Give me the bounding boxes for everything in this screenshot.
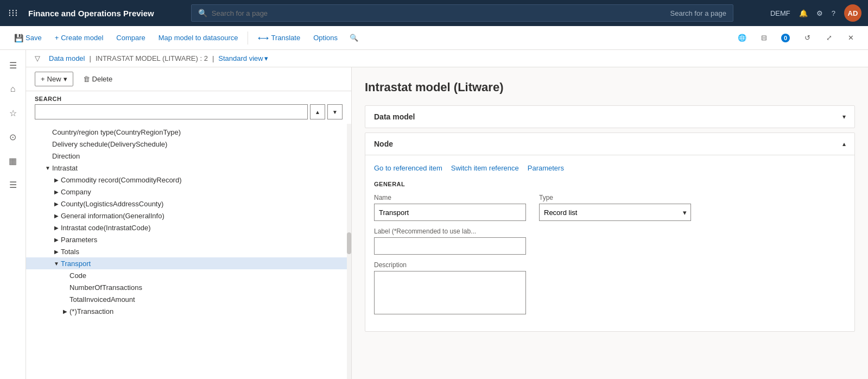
sidebar-icons: ☰ ⌂ ☆ ⊙ ▦ ☰	[0, 50, 26, 379]
tree-item-intrastat[interactable]: ▼ Intrastat	[26, 162, 351, 174]
globe-icon-button[interactable]: 🌐	[733, 29, 751, 47]
tree-item-totals[interactable]: ▶ Totals	[26, 245, 351, 257]
open-icon-button[interactable]: ⤢	[820, 29, 838, 47]
node-accordion-body: Go to referenced item Switch item refere…	[365, 155, 854, 331]
tree-item-code[interactable]: Code	[26, 269, 351, 281]
switch-item-ref-link[interactable]: Switch item reference	[451, 164, 519, 172]
expand-icon	[43, 128, 52, 136]
global-search-box[interactable]: 🔍 Search for a page	[191, 4, 733, 22]
close-icon-button[interactable]: ✕	[842, 29, 859, 47]
label-field-label: Label (*Recommended to use lab...	[374, 228, 526, 235]
tree-item-country-region[interactable]: Country/region type(CountryRegionType)	[26, 126, 351, 138]
type-select-wrapper: Record list Record String Integer Real D…	[539, 204, 691, 221]
tree-item-transaction[interactable]: ▶ (*)Transaction	[26, 305, 351, 317]
map-model-button[interactable]: Map model to datasource	[153, 30, 244, 45]
tree-item-total-invoiced[interactable]: TotalInvoicedAmount	[26, 293, 351, 305]
badge-icon-button[interactable]: 0	[777, 29, 794, 47]
breadcrumb-sep2: |	[212, 54, 214, 62]
sidebar-item-home[interactable]: ⌂	[2, 78, 24, 100]
name-input[interactable]	[374, 204, 526, 221]
top-bar: ⁝⁝⁝ Finance and Operations Preview 🔍 Sea…	[0, 0, 868, 26]
search-filter-button[interactable]: 🔍	[345, 29, 363, 47]
tree-scrollbar[interactable]	[347, 124, 351, 379]
content-area: ▽ Data model | INTRASTAT MODEL (LITWARE)…	[26, 50, 868, 379]
columns-icon-button[interactable]: ⊟	[755, 29, 772, 47]
tree-toolbar: + New ▾ 🗑 Delete	[26, 67, 351, 91]
tree-scrollbar-thumb	[347, 232, 351, 254]
breadcrumb: ▽ Data model | INTRASTAT MODEL (LITWARE)…	[26, 50, 868, 67]
tree-item-delivery-schedule[interactable]: Delivery schedule(DeliverySchedule)	[26, 138, 351, 150]
node-accordion-header[interactable]: Node ▴	[365, 133, 854, 155]
description-textarea[interactable]	[374, 271, 526, 314]
compare-button[interactable]: Compare	[111, 30, 150, 45]
label-input[interactable]	[374, 237, 526, 255]
tree-item-commodity-record[interactable]: ▶ Commodity record(CommodityRecord)	[26, 174, 351, 186]
save-button[interactable]: 💾 Save	[9, 30, 47, 46]
search-down-button[interactable]: ▼	[327, 104, 343, 119]
breadcrumb-data-model[interactable]: Data model	[49, 54, 85, 62]
general-label: GENERAL	[374, 181, 846, 187]
breadcrumb-sep1: |	[89, 54, 91, 62]
search-input[interactable]	[212, 9, 666, 17]
sidebar-item-favorites[interactable]: ☆	[2, 102, 24, 124]
expand-icon: ▶	[52, 187, 61, 196]
settings-icon[interactable]: ⚙	[816, 9, 823, 17]
tree-search-input[interactable]	[35, 104, 308, 119]
new-chevron-icon: ▾	[64, 75, 67, 83]
options-button[interactable]: Options	[308, 30, 343, 45]
translate-icon: ⟷	[258, 34, 269, 42]
search-icon: 🔍	[198, 9, 207, 17]
node-links: Go to referenced item Switch item refere…	[374, 164, 846, 172]
bell-icon[interactable]: 🔔	[799, 9, 808, 17]
data-model-accordion-header[interactable]: Data model ▾	[365, 106, 854, 128]
expand-icon: ▶	[52, 235, 61, 244]
tree-item-parameters[interactable]: ▶ Parameters	[26, 233, 351, 245]
form-col-right: Type Record list Record String Integer R…	[539, 194, 691, 323]
go-to-ref-link[interactable]: Go to referenced item	[374, 164, 442, 172]
type-select[interactable]: Record list Record String Integer Real D…	[539, 204, 691, 221]
new-button[interactable]: + New ▾	[35, 72, 73, 86]
plus-icon: +	[41, 75, 45, 83]
help-icon[interactable]: ?	[832, 9, 835, 17]
refresh-icon-button[interactable]: ↺	[799, 29, 816, 47]
search-input-row: ▲ ▼	[35, 104, 343, 119]
tree-item-county[interactable]: ▶ County(LogisticsAddressCounty)	[26, 198, 351, 210]
avatar[interactable]: AD	[844, 4, 861, 22]
expand-icon	[43, 140, 52, 148]
tree-item-transport[interactable]: ▼ Transport	[26, 257, 351, 269]
accordion-chevron-down: ▾	[842, 113, 846, 121]
tree-item-company[interactable]: ▶ Company	[26, 186, 351, 198]
expand-icon: ▶	[52, 223, 61, 232]
main-layout: ☰ ⌂ ☆ ⊙ ▦ ☰ ▽ Data model | INTRASTAT MOD…	[0, 50, 868, 379]
tree-item-general-info[interactable]: ▶ General information(GeneralInfo)	[26, 210, 351, 222]
sidebar-item-modules[interactable]: ☰	[2, 174, 24, 195]
form-row: Name Label (*Recommended to use lab... D…	[374, 194, 846, 323]
form-col-left: Name Label (*Recommended to use lab... D…	[374, 194, 526, 323]
accordion-chevron-up: ▴	[842, 140, 846, 148]
breadcrumb-intrastat: INTRASTAT MODEL (LITWARE) : 2	[96, 54, 208, 62]
grid-icon[interactable]: ⁝⁝⁝	[7, 7, 20, 20]
save-icon: 💾	[14, 34, 23, 42]
tree-item-number-of-transactions[interactable]: NumberOfTransactions	[26, 281, 351, 293]
sidebar-item-menu[interactable]: ☰	[2, 54, 24, 76]
create-model-button[interactable]: + Create model	[49, 30, 109, 45]
chevron-down-icon: ▾	[264, 54, 268, 62]
search-up-button[interactable]: ▲	[310, 104, 325, 119]
expand-icon	[61, 271, 69, 280]
description-field: Description	[374, 261, 526, 316]
breadcrumb-standard-view[interactable]: Standard view ▾	[218, 54, 268, 62]
parameters-link[interactable]: Parameters	[528, 164, 564, 172]
node-accordion: Node ▴ Go to referenced item Switch item…	[365, 132, 855, 332]
delete-button[interactable]: 🗑 Delete	[78, 72, 118, 86]
data-model-accordion: Data model ▾	[365, 105, 855, 128]
translate-button[interactable]: ⟷ Translate	[252, 30, 306, 46]
filter-icon[interactable]: ▽	[35, 54, 40, 62]
tree-item-intrastat-code[interactable]: ▶ Intrastat code(IntrastatCode)	[26, 222, 351, 233]
plus-icon: +	[55, 34, 59, 42]
search-section: SEARCH ▲ ▼	[26, 91, 351, 124]
tree-item-direction[interactable]: Direction	[26, 150, 351, 162]
sidebar-item-recent[interactable]: ⊙	[2, 126, 24, 148]
sidebar-item-workspaces[interactable]: ▦	[2, 150, 24, 172]
type-field-label: Type	[539, 194, 691, 201]
expand-icon: ▶	[52, 175, 61, 184]
